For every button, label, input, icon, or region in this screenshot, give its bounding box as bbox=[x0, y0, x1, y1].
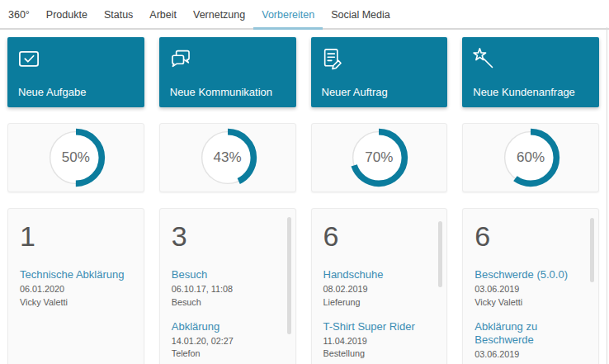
action-card-label: Neue Kundenanfrage bbox=[473, 86, 575, 98]
page-scrollbar[interactable] bbox=[607, 27, 607, 364]
list-item-link[interactable]: T-Shirt Super Rider bbox=[323, 320, 434, 333]
donut-chart: 60% bbox=[499, 126, 562, 189]
action-card-label: Neue Aufgabe bbox=[18, 86, 86, 98]
nav-item-360[interactable]: 360° bbox=[0, 9, 38, 28]
list-items: Besuch06.10.17, 11:08BesuchAbklärung14.0… bbox=[172, 268, 282, 364]
nav-item-produkte[interactable]: Produkte bbox=[38, 9, 96, 28]
list-count: 6 bbox=[474, 222, 585, 250]
action-card-neue-kundenanfrage[interactable]: Neue Kundenanfrage bbox=[462, 37, 599, 107]
list-item-link[interactable]: Technische Abklärung bbox=[20, 268, 130, 281]
list-item: Handschuhe08.02.2019Lieferung bbox=[323, 268, 434, 309]
list-count: 1 bbox=[20, 222, 130, 250]
list-item: Abklärung zu Beschwerde03.06.2019Vicky V… bbox=[474, 320, 585, 364]
list-item: Technische Abklärung06.01.2020Vicky Vale… bbox=[20, 268, 130, 309]
list-item-subtitle: Bestellung bbox=[323, 347, 434, 360]
list-item-date: 03.06.2019 bbox=[474, 348, 585, 361]
list-count: 6 bbox=[323, 222, 434, 250]
card-scrollbar-thumb[interactable] bbox=[438, 221, 442, 287]
progress-cards-row: 50%43%70%60% bbox=[7, 123, 599, 192]
action-card-label: Neuer Auftrag bbox=[322, 86, 388, 98]
list-item: Besuch06.10.17, 11:08Besuch bbox=[172, 268, 282, 309]
action-card-neue-kommunikation[interactable]: Neue Kommunikation bbox=[159, 37, 296, 107]
donut-chart: 70% bbox=[347, 126, 410, 189]
list-card-2: 3Besuch06.10.17, 11:08BesuchAbklärung14.… bbox=[159, 208, 296, 364]
list-item-date: 03.06.2019 bbox=[474, 283, 585, 295]
list-items: Beschwerde (5.0.0)03.06.2019Vicky Valett… bbox=[474, 268, 585, 364]
list-item-link[interactable]: Abklärung bbox=[172, 320, 282, 333]
nav-item-status[interactable]: Status bbox=[96, 9, 141, 28]
donut-percent-label: 43% bbox=[196, 126, 259, 189]
list-item-link[interactable]: Abklärung zu Beschwerde bbox=[474, 320, 585, 347]
list-item-link[interactable]: Beschwerde (5.0.0) bbox=[474, 268, 585, 281]
nav-item-vorbereiten[interactable]: Vorbereiten bbox=[253, 9, 323, 28]
list-card-4: 6Beschwerde (5.0.0)03.06.2019Vicky Valet… bbox=[462, 208, 599, 364]
donut-percent-label: 70% bbox=[347, 126, 410, 189]
list-item-link[interactable]: Besuch bbox=[172, 268, 282, 281]
list-item-subtitle: Vicky Valetti bbox=[20, 296, 130, 309]
document-pen-icon bbox=[321, 47, 344, 70]
list-item-date: 11.04.2019 bbox=[323, 335, 434, 347]
list-item: Beschwerde (5.0.0)03.06.2019Vicky Valett… bbox=[474, 268, 585, 309]
magic-wand-icon bbox=[472, 47, 495, 70]
nav-item-social-media[interactable]: Social Media bbox=[323, 9, 399, 28]
list-item-date: 08.02.2019 bbox=[323, 283, 434, 295]
action-cards-row: Neue AufgabeNeue KommunikationNeuer Auft… bbox=[7, 37, 599, 107]
list-card-3: 6Handschuhe08.02.2019LieferungT-Shirt Su… bbox=[311, 208, 448, 364]
donut-percent-label: 60% bbox=[499, 126, 562, 189]
list-item: Abklärung14.01.20, 02:27Telefon bbox=[172, 320, 282, 361]
list-item-subtitle: Besuch bbox=[172, 296, 282, 309]
nav-item-arbeit[interactable]: Arbeit bbox=[141, 9, 185, 28]
progress-card-43: 43% bbox=[159, 123, 296, 192]
progress-card-50: 50% bbox=[7, 123, 144, 192]
list-cards-row: 1Technische Abklärung06.01.2020Vicky Val… bbox=[7, 208, 599, 364]
list-item-subtitle: Vicky Valetti bbox=[474, 296, 585, 309]
list-item-date: 06.01.2020 bbox=[20, 283, 130, 295]
action-card-neue-aufgabe[interactable]: Neue Aufgabe bbox=[7, 37, 144, 107]
list-card-1: 1Technische Abklärung06.01.2020Vicky Val… bbox=[7, 208, 144, 364]
list-items: Handschuhe08.02.2019LieferungT-Shirt Sup… bbox=[323, 268, 434, 364]
donut-percent-label: 50% bbox=[45, 126, 107, 189]
donut-chart: 50% bbox=[45, 126, 107, 189]
progress-card-70: 70% bbox=[311, 123, 448, 192]
list-item-date: 06.10.17, 11:08 bbox=[172, 283, 282, 295]
dashboard-page: 360°ProdukteStatusArbeitVernetzungVorber… bbox=[0, 0, 609, 364]
action-card-neuer-auftrag[interactable]: Neuer Auftrag bbox=[311, 37, 448, 107]
list-count: 3 bbox=[172, 222, 282, 250]
list-item-subtitle: Telefon bbox=[172, 347, 282, 360]
progress-card-60: 60% bbox=[462, 123, 599, 192]
list-item: T-Shirt Super Rider11.04.2019Bestellung bbox=[323, 320, 434, 361]
top-nav: 360°ProdukteStatusArbeitVernetzungVorber… bbox=[0, 0, 609, 30]
list-item-subtitle: Lieferung bbox=[323, 296, 434, 309]
chat-bubbles-icon bbox=[169, 47, 192, 70]
list-items: Technische Abklärung06.01.2020Vicky Vale… bbox=[20, 268, 130, 309]
donut-chart: 43% bbox=[196, 126, 259, 189]
checkbox-icon bbox=[17, 47, 40, 70]
list-item-link[interactable]: Handschuhe bbox=[323, 268, 434, 281]
card-scrollbar-thumb[interactable] bbox=[590, 218, 594, 282]
card-scrollbar-thumb[interactable] bbox=[287, 217, 291, 334]
nav-item-vernetzung[interactable]: Vernetzung bbox=[185, 9, 253, 28]
action-card-label: Neue Kommunikation bbox=[170, 86, 272, 98]
list-item-date: 14.01.20, 02:27 bbox=[172, 335, 282, 347]
main-content: Neue AufgabeNeue KommunikationNeuer Auft… bbox=[0, 37, 609, 364]
